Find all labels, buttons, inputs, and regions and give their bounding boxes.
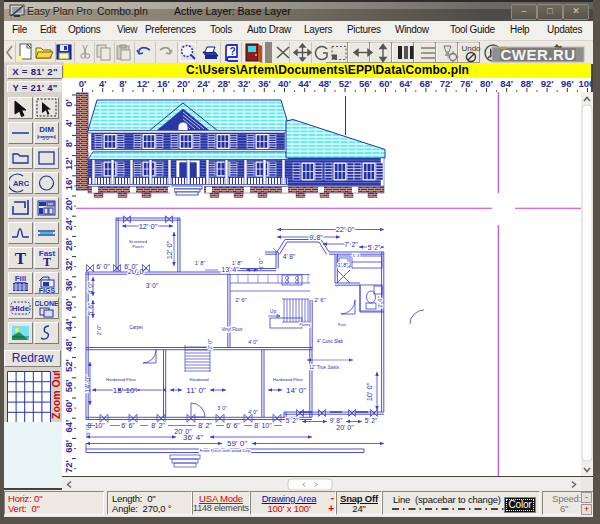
svg-text:5' 2": 5' 2" — [365, 417, 378, 424]
svg-text:CLONE: CLONE — [35, 300, 58, 307]
svg-text:36': 36' — [63, 278, 74, 291]
svg-text:20': 20' — [177, 78, 190, 89]
svg-text:9' 8": 9' 8" — [330, 417, 343, 424]
svg-text:4' 0": 4' 0" — [248, 339, 258, 345]
svg-text:28': 28' — [217, 78, 230, 89]
svg-text:5' 2": 5' 2" — [286, 417, 299, 424]
svg-text:2' 6": 2' 6" — [235, 297, 247, 303]
svg-text:16': 16' — [63, 177, 74, 190]
svg-text:8' 2": 8' 2" — [151, 422, 165, 429]
svg-text:FIGS: FIGS — [39, 287, 56, 294]
svg-text:64': 64' — [63, 420, 74, 433]
svg-text:11' 0": 11' 0" — [186, 386, 206, 395]
svg-text:Pantry: Pantry — [300, 323, 311, 327]
svg-text:Carpet: Carpet — [129, 325, 143, 330]
svg-text:6' 6": 6' 6" — [226, 422, 240, 429]
svg-text:ARC: ARC — [13, 179, 30, 188]
svg-text:68': 68' — [63, 440, 74, 453]
svg-text:40': 40' — [63, 299, 74, 312]
svg-text:64': 64' — [399, 78, 412, 89]
svg-text:14' 0": 14' 0" — [286, 386, 306, 395]
svg-text:Porch: Porch — [133, 244, 145, 249]
svg-text:52': 52' — [339, 78, 352, 89]
svg-text:8': 8' — [119, 78, 127, 89]
svg-text:4" Conc Slab: 4" Conc Slab — [317, 339, 344, 344]
svg-text:96': 96' — [561, 78, 574, 89]
svg-text:Up: Up — [270, 308, 277, 314]
svg-text:32': 32' — [238, 78, 251, 89]
svg-text:92': 92' — [541, 78, 554, 89]
svg-text:32': 32' — [63, 258, 74, 271]
svg-text:CWER.RU: CWER.RU — [500, 46, 575, 63]
svg-text:10' 0": 10' 0" — [365, 382, 374, 401]
svg-text:4': 4' — [99, 78, 107, 89]
svg-text:5’ 3: 5’ 3 — [353, 253, 360, 258]
svg-text:12': 12' — [63, 157, 74, 170]
svg-text:36': 36' — [258, 78, 271, 89]
svg-text:Furn: Furn — [338, 323, 346, 327]
svg-text:9' 8": 9' 8" — [309, 234, 323, 241]
svg-text:Zoom Out: Zoom Out — [50, 371, 62, 419]
svg-text:2' 6": 2' 6" — [377, 296, 383, 308]
svg-text:68': 68' — [419, 78, 432, 89]
svg-text:Hide: Hide — [12, 304, 30, 313]
svg-text:5' 2": 5' 2" — [368, 244, 381, 251]
svg-text:72': 72' — [440, 78, 453, 89]
svg-text:40': 40' — [278, 78, 291, 89]
svg-text:1' 8": 1' 8" — [195, 260, 206, 266]
svg-text:8' 10": 8' 10" — [254, 422, 272, 429]
svg-text:16': 16' — [157, 78, 170, 89]
svg-text:12' 0": 12' 0" — [139, 222, 158, 231]
svg-text:76': 76' — [460, 78, 473, 89]
svg-text:4': 4' — [63, 119, 74, 127]
svg-text:12" True Joists: 12" True Joists — [309, 365, 339, 370]
svg-text:0': 0' — [79, 78, 87, 89]
svg-text:Vinyl Floor: Vinyl Floor — [221, 327, 243, 332]
svg-text:28': 28' — [63, 238, 74, 251]
svg-text:100': 100' — [578, 78, 591, 89]
svg-text:3' 0": 3' 0" — [146, 282, 159, 289]
svg-text:48': 48' — [318, 78, 331, 89]
svg-text:Undo: Undo — [461, 44, 481, 53]
svg-text:Fill: Fill — [15, 274, 27, 283]
svg-text:0': 0' — [63, 99, 74, 107]
svg-text:22' 0": 22' 0" — [336, 225, 355, 234]
svg-text:12': 12' — [137, 78, 150, 89]
svg-text:2' 6": 2' 6" — [314, 297, 326, 303]
svg-text:7' 2": 7' 2" — [344, 241, 358, 248]
svg-text:4' 8": 4' 8" — [283, 253, 296, 260]
svg-text:80': 80' — [480, 78, 493, 89]
svg-text:Hardwood: Hardwood — [189, 377, 209, 382]
svg-text:12' 0": 12' 0" — [165, 240, 174, 259]
svg-text:3' 0": 3' 0" — [217, 405, 227, 411]
svg-text:13' 4": 13' 4" — [221, 266, 239, 273]
svg-text:24': 24' — [197, 78, 210, 89]
svg-text:20' 0": 20' 0" — [336, 424, 354, 431]
svg-text:56': 56' — [359, 78, 372, 89]
svg-text:72': 72' — [63, 460, 74, 473]
svg-text:Hardwood Floor: Hardwood Floor — [273, 377, 303, 382]
svg-text:20' 0": 20' 0" — [174, 428, 192, 435]
svg-text:*5'0"*: *5'0"* — [40, 135, 52, 141]
svg-text:52': 52' — [63, 359, 74, 372]
svg-text:8': 8' — [63, 140, 74, 148]
svg-text:T: T — [43, 255, 51, 268]
svg-text:24': 24' — [63, 218, 74, 231]
svg-text:6' 0": 6' 0" — [124, 263, 138, 270]
svg-text:84': 84' — [500, 78, 513, 89]
svg-text:DIM: DIM — [39, 125, 54, 134]
svg-text:?: ? — [229, 46, 235, 57]
svg-text:2' 0": 2' 0" — [207, 339, 213, 350]
svg-text:2' 0": 2' 0" — [96, 325, 102, 336]
svg-text:1' 8": 1' 8" — [232, 260, 243, 266]
svg-text:4' 0": 4' 0" — [248, 409, 258, 415]
svg-text:6' 0": 6' 0" — [96, 263, 110, 270]
svg-text:88': 88' — [520, 78, 533, 89]
svg-text:20': 20' — [63, 198, 74, 211]
svg-text:44': 44' — [298, 78, 311, 89]
svg-text:Front Porch with wood Dep: Front Porch with wood Dep — [200, 448, 251, 453]
svg-text:60': 60' — [379, 78, 392, 89]
svg-text:44': 44' — [63, 319, 74, 332]
svg-text:Hardwood Floor: Hardwood Floor — [106, 377, 136, 382]
svg-text:60': 60' — [63, 400, 74, 413]
